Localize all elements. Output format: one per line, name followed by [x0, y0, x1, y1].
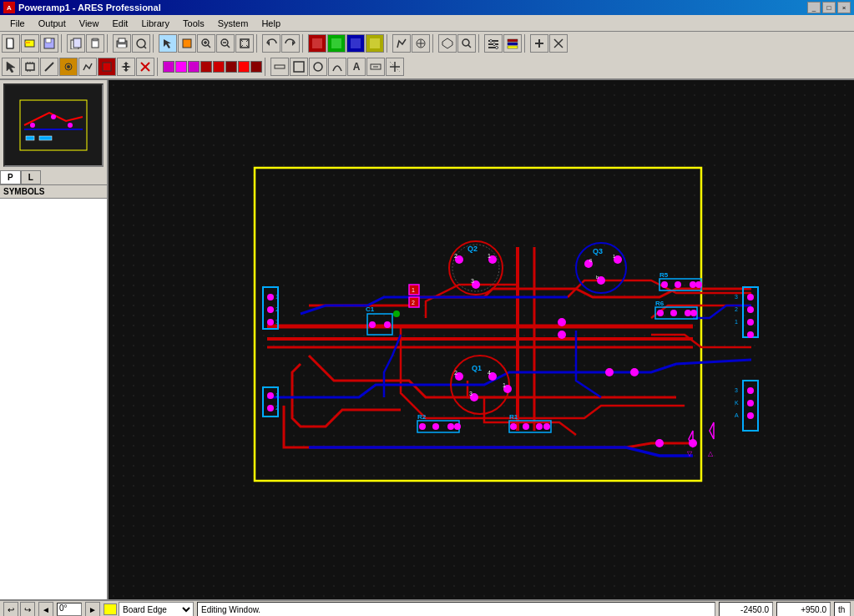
left-panel: P L SYMBOLS: [0, 80, 109, 599]
undo-button[interactable]: [262, 34, 280, 53]
layer-swatch-8[interactable]: [250, 61, 262, 73]
menu-file[interactable]: File: [3, 17, 32, 30]
svg-point-158: [747, 294, 754, 300]
layer-swatch-7[interactable]: [238, 61, 250, 73]
svg-point-160: [747, 319, 754, 326]
svg-rect-2: [25, 42, 30, 43]
paste-button[interactable]: [86, 34, 104, 53]
menu-output[interactable]: Output: [32, 17, 73, 30]
netlist-button[interactable]: [366, 34, 384, 53]
svg-text:3: 3: [735, 294, 738, 300]
svg-point-76: [51, 114, 56, 119]
draw-circle-tool[interactable]: [309, 58, 327, 76]
layer-swatch-5[interactable]: [213, 61, 225, 73]
copy-button[interactable]: [67, 34, 85, 53]
autoroute-button[interactable]: [392, 34, 411, 53]
canvas-area[interactable]: 1 2 3 1 2 Q2 2 3 1 Q3: [109, 80, 854, 599]
zoom-out-button[interactable]: [216, 34, 235, 53]
redo-button[interactable]: [281, 34, 300, 53]
search-button[interactable]: [457, 34, 476, 53]
svg-point-156: [690, 310, 697, 316]
layers-button[interactable]: [503, 34, 522, 53]
component-tool[interactable]: [21, 58, 39, 76]
menu-library[interactable]: Library: [134, 17, 176, 30]
coord-th: th: [834, 602, 851, 616]
cross-tool[interactable]: [386, 58, 404, 76]
layer-swatch-1[interactable]: [163, 61, 174, 73]
tab-p[interactable]: P: [0, 170, 21, 184]
menu-bar: File Output View Edit Library Tools Syst…: [0, 15, 854, 32]
draw-arc-tool[interactable]: [328, 58, 346, 76]
status-angle-right-button[interactable]: ►: [85, 602, 100, 616]
wire-tool[interactable]: [78, 58, 97, 76]
toolbar-row-2: A: [0, 55, 854, 78]
svg-point-150: [695, 281, 702, 288]
svg-text:R1: R1: [509, 413, 518, 421]
delete-tool[interactable]: [136, 58, 154, 76]
close-button[interactable]: ×: [837, 2, 851, 13]
svg-line-21: [227, 45, 230, 48]
svg-rect-46: [508, 39, 518, 42]
ratsnest-tool[interactable]: [98, 58, 116, 76]
menu-system[interactable]: System: [211, 17, 255, 30]
svg-rect-67: [294, 62, 304, 72]
zoom-in-button[interactable]: [197, 34, 215, 53]
pcb-preview: [3, 83, 104, 167]
save-button[interactable]: [40, 34, 58, 53]
ratsnest-button[interactable]: [308, 34, 326, 53]
svg-point-68: [314, 63, 322, 71]
tab-l[interactable]: L: [21, 170, 41, 184]
draw-line-tool[interactable]: [270, 58, 289, 76]
menu-edit[interactable]: Edit: [105, 17, 134, 30]
svg-point-44: [493, 43, 496, 46]
status-redo-button[interactable]: ↪: [20, 602, 35, 616]
select-tool[interactable]: [159, 34, 177, 53]
status-text: Editing Window.: [197, 602, 715, 616]
minimize-button[interactable]: _: [807, 2, 821, 13]
layer-swatch-6[interactable]: [225, 61, 237, 73]
fill-button[interactable]: [327, 34, 346, 53]
layer-dropdown[interactable]: Board Edge Top Copper Bottom Copper Top …: [119, 602, 194, 616]
separator4: [256, 34, 260, 53]
3d-button[interactable]: [438, 34, 457, 53]
options-button[interactable]: [484, 34, 503, 53]
track-tool[interactable]: [40, 58, 58, 76]
toolbar-row-1: [0, 32, 854, 55]
svg-point-91: [267, 306, 274, 313]
svg-point-97: [267, 392, 274, 399]
fanout-button[interactable]: [412, 34, 430, 53]
print-button[interactable]: [113, 34, 131, 53]
pcb-canvas[interactable]: 1 2 3 1 2 Q2 2 3 1 Q3: [109, 80, 854, 599]
layer-swatch-4[interactable]: [200, 61, 212, 73]
layer-swatch-3[interactable]: [188, 61, 200, 73]
svg-text:1: 1: [503, 382, 506, 388]
svg-rect-6: [73, 38, 81, 48]
window-controls[interactable]: _ □ ×: [807, 2, 851, 13]
extra2-button[interactable]: [549, 34, 568, 53]
maximize-button[interactable]: □: [822, 2, 836, 13]
open-button[interactable]: [21, 34, 39, 53]
text-tool[interactable]: A: [347, 58, 366, 76]
via-tool[interactable]: [59, 58, 78, 76]
drc-button[interactable]: [346, 34, 365, 53]
move-tool[interactable]: [117, 58, 135, 76]
pointer-tool[interactable]: [2, 58, 20, 76]
highlight-tool[interactable]: [178, 34, 196, 53]
print-preview-button[interactable]: [132, 34, 150, 53]
svg-rect-78: [26, 136, 34, 140]
zoom-fit-button[interactable]: [235, 34, 254, 53]
status-undo-button[interactable]: ↩: [3, 602, 18, 616]
dim-tool[interactable]: [366, 58, 385, 76]
menu-tools[interactable]: Tools: [176, 17, 211, 30]
svg-text:R2: R2: [417, 413, 427, 421]
menu-help[interactable]: Help: [255, 17, 287, 30]
svg-rect-11: [118, 44, 126, 48]
layer-swatch-2[interactable]: [175, 61, 187, 73]
symbols-list[interactable]: [0, 199, 107, 599]
svg-text:3: 3: [735, 387, 738, 393]
draw-rect-tool[interactable]: [290, 58, 308, 76]
extra1-button[interactable]: [530, 34, 548, 53]
status-angle-left-button[interactable]: ◄: [38, 602, 53, 616]
new-button[interactable]: [2, 34, 20, 53]
menu-view[interactable]: View: [73, 17, 106, 30]
